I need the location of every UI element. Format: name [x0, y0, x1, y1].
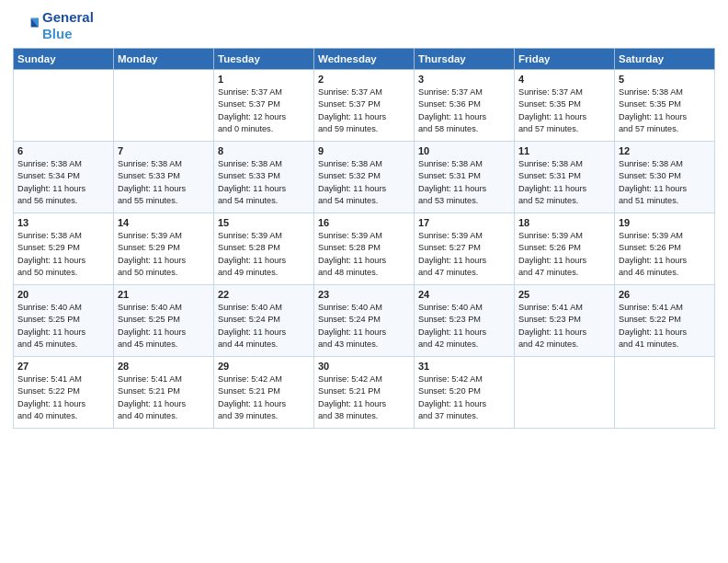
day-number: 3	[418, 74, 510, 85]
day-number: 29	[218, 361, 310, 372]
day-info: Sunrise: 5:38 AMSunset: 5:33 PMDaylight:…	[118, 158, 210, 207]
day-number: 30	[318, 361, 410, 372]
calendar-cell: 9Sunrise: 5:38 AMSunset: 5:32 PMDaylight…	[314, 142, 415, 213]
day-info: Sunrise: 5:40 AMSunset: 5:25 PMDaylight:…	[118, 302, 210, 350]
calendar-cell: 19Sunrise: 5:39 AMSunset: 5:26 PMDayligh…	[615, 213, 715, 285]
col-header-wednesday: Wednesday	[314, 49, 415, 70]
calendar-cell: 4Sunrise: 5:37 AMSunset: 5:35 PMDaylight…	[515, 70, 615, 142]
day-number: 5	[619, 74, 711, 85]
day-info: Sunrise: 5:41 AMSunset: 5:22 PMDaylight:…	[619, 302, 711, 350]
col-header-friday: Friday	[515, 49, 615, 70]
day-number: 28	[118, 361, 210, 372]
calendar-cell: 11Sunrise: 5:38 AMSunset: 5:31 PMDayligh…	[515, 142, 615, 213]
day-info: Sunrise: 5:37 AMSunset: 5:37 PMDaylight:…	[218, 86, 310, 135]
day-number: 27	[17, 361, 109, 372]
logo-text: General Blue	[42, 9, 94, 42]
calendar-cell: 16Sunrise: 5:39 AMSunset: 5:28 PMDayligh…	[314, 213, 415, 285]
calendar-cell: 15Sunrise: 5:39 AMSunset: 5:28 PMDayligh…	[214, 213, 314, 285]
day-info: Sunrise: 5:38 AMSunset: 5:31 PMDaylight:…	[518, 158, 610, 207]
calendar-cell: 18Sunrise: 5:39 AMSunset: 5:26 PMDayligh…	[515, 213, 615, 285]
day-info: Sunrise: 5:40 AMSunset: 5:24 PMDaylight:…	[318, 302, 410, 350]
day-number: 14	[118, 217, 210, 228]
logo-icon	[13, 13, 39, 39]
day-info: Sunrise: 5:37 AMSunset: 5:35 PMDaylight:…	[518, 86, 610, 135]
calendar-cell: 5Sunrise: 5:38 AMSunset: 5:35 PMDaylight…	[615, 70, 715, 142]
day-info: Sunrise: 5:41 AMSunset: 5:21 PMDaylight:…	[118, 373, 210, 422]
calendar-cell: 14Sunrise: 5:39 AMSunset: 5:29 PMDayligh…	[114, 213, 214, 285]
calendar-header: SundayMondayTuesdayWednesdayThursdayFrid…	[14, 49, 715, 70]
day-info: Sunrise: 5:38 AMSunset: 5:33 PMDaylight:…	[218, 158, 310, 207]
calendar-cell: 17Sunrise: 5:39 AMSunset: 5:27 PMDayligh…	[415, 213, 515, 285]
day-info: Sunrise: 5:41 AMSunset: 5:23 PMDaylight:…	[518, 302, 610, 350]
day-info: Sunrise: 5:37 AMSunset: 5:36 PMDaylight:…	[418, 86, 510, 135]
calendar-cell: 12Sunrise: 5:38 AMSunset: 5:30 PMDayligh…	[615, 142, 715, 213]
calendar-cell: 6Sunrise: 5:38 AMSunset: 5:34 PMDaylight…	[14, 142, 114, 213]
calendar-body: 1Sunrise: 5:37 AMSunset: 5:37 PMDaylight…	[14, 70, 715, 429]
calendar-cell: 20Sunrise: 5:40 AMSunset: 5:25 PMDayligh…	[14, 285, 114, 357]
col-header-tuesday: Tuesday	[214, 49, 314, 70]
day-number: 19	[619, 217, 711, 228]
day-info: Sunrise: 5:42 AMSunset: 5:21 PMDaylight:…	[318, 373, 410, 422]
calendar-week-5: 27Sunrise: 5:41 AMSunset: 5:22 PMDayligh…	[14, 357, 715, 429]
day-number: 21	[118, 289, 210, 300]
day-number: 4	[518, 74, 610, 85]
col-header-saturday: Saturday	[615, 49, 715, 70]
day-number: 2	[318, 74, 410, 85]
day-number: 12	[619, 145, 711, 156]
calendar-cell: 26Sunrise: 5:41 AMSunset: 5:22 PMDayligh…	[615, 285, 715, 357]
day-info: Sunrise: 5:39 AMSunset: 5:28 PMDaylight:…	[318, 230, 410, 279]
day-number: 6	[17, 145, 109, 156]
calendar-cell: 8Sunrise: 5:38 AMSunset: 5:33 PMDaylight…	[214, 142, 314, 213]
calendar-cell: 13Sunrise: 5:38 AMSunset: 5:29 PMDayligh…	[14, 213, 114, 285]
calendar-cell: 28Sunrise: 5:41 AMSunset: 5:21 PMDayligh…	[114, 357, 214, 429]
calendar-week-4: 20Sunrise: 5:40 AMSunset: 5:25 PMDayligh…	[14, 285, 715, 357]
col-header-monday: Monday	[114, 49, 214, 70]
day-info: Sunrise: 5:39 AMSunset: 5:28 PMDaylight:…	[218, 230, 310, 279]
day-info: Sunrise: 5:38 AMSunset: 5:30 PMDaylight:…	[619, 158, 711, 207]
day-info: Sunrise: 5:38 AMSunset: 5:29 PMDaylight:…	[17, 230, 109, 279]
calendar-week-2: 6Sunrise: 5:38 AMSunset: 5:34 PMDaylight…	[14, 142, 715, 213]
day-info: Sunrise: 5:39 AMSunset: 5:27 PMDaylight:…	[418, 230, 510, 279]
calendar-cell: 25Sunrise: 5:41 AMSunset: 5:23 PMDayligh…	[515, 285, 615, 357]
calendar-cell: 27Sunrise: 5:41 AMSunset: 5:22 PMDayligh…	[14, 357, 114, 429]
day-info: Sunrise: 5:40 AMSunset: 5:23 PMDaylight:…	[418, 302, 510, 350]
day-number: 20	[17, 289, 109, 300]
col-header-thursday: Thursday	[415, 49, 515, 70]
day-number: 15	[218, 217, 310, 228]
day-info: Sunrise: 5:40 AMSunset: 5:24 PMDaylight:…	[218, 302, 310, 350]
calendar-cell: 29Sunrise: 5:42 AMSunset: 5:21 PMDayligh…	[214, 357, 314, 429]
day-info: Sunrise: 5:41 AMSunset: 5:22 PMDaylight:…	[17, 373, 109, 422]
logo: General Blue	[13, 9, 94, 42]
calendar-cell: 23Sunrise: 5:40 AMSunset: 5:24 PMDayligh…	[314, 285, 415, 357]
calendar-cell: 3Sunrise: 5:37 AMSunset: 5:36 PMDaylight…	[415, 70, 515, 142]
calendar-cell: 31Sunrise: 5:42 AMSunset: 5:20 PMDayligh…	[415, 357, 515, 429]
calendar-cell: 21Sunrise: 5:40 AMSunset: 5:25 PMDayligh…	[114, 285, 214, 357]
day-number: 11	[518, 145, 610, 156]
col-header-sunday: Sunday	[14, 49, 114, 70]
calendar-cell: 10Sunrise: 5:38 AMSunset: 5:31 PMDayligh…	[415, 142, 515, 213]
calendar-cell	[14, 70, 114, 142]
day-number: 13	[17, 217, 109, 228]
calendar-week-3: 13Sunrise: 5:38 AMSunset: 5:29 PMDayligh…	[14, 213, 715, 285]
calendar-cell: 7Sunrise: 5:38 AMSunset: 5:33 PMDaylight…	[114, 142, 214, 213]
calendar-cell	[114, 70, 214, 142]
calendar-cell: 22Sunrise: 5:40 AMSunset: 5:24 PMDayligh…	[214, 285, 314, 357]
day-number: 17	[418, 217, 510, 228]
day-info: Sunrise: 5:40 AMSunset: 5:25 PMDaylight:…	[17, 302, 109, 350]
day-info: Sunrise: 5:39 AMSunset: 5:26 PMDaylight:…	[518, 230, 610, 279]
day-number: 7	[118, 145, 210, 156]
calendar-cell: 1Sunrise: 5:37 AMSunset: 5:37 PMDaylight…	[214, 70, 314, 142]
day-info: Sunrise: 5:39 AMSunset: 5:26 PMDaylight:…	[619, 230, 711, 279]
day-info: Sunrise: 5:37 AMSunset: 5:37 PMDaylight:…	[318, 86, 410, 135]
day-number: 9	[318, 145, 410, 156]
day-info: Sunrise: 5:39 AMSunset: 5:29 PMDaylight:…	[118, 230, 210, 279]
day-number: 26	[619, 289, 711, 300]
day-info: Sunrise: 5:38 AMSunset: 5:31 PMDaylight:…	[418, 158, 510, 207]
calendar-cell: 24Sunrise: 5:40 AMSunset: 5:23 PMDayligh…	[415, 285, 515, 357]
day-number: 22	[218, 289, 310, 300]
day-info: Sunrise: 5:42 AMSunset: 5:20 PMDaylight:…	[418, 373, 510, 422]
day-info: Sunrise: 5:38 AMSunset: 5:32 PMDaylight:…	[318, 158, 410, 207]
day-number: 23	[318, 289, 410, 300]
calendar-cell	[515, 357, 615, 429]
day-info: Sunrise: 5:42 AMSunset: 5:21 PMDaylight:…	[218, 373, 310, 422]
